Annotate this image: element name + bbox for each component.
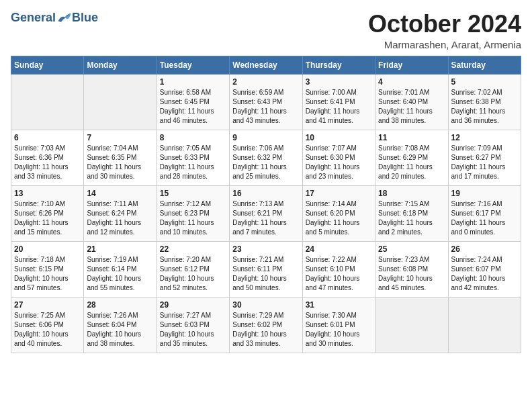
day-number: 28 bbox=[87, 300, 153, 310]
calendar-cell: 22Sunrise: 7:20 AM Sunset: 6:12 PM Dayli… bbox=[157, 241, 229, 297]
calendar-cell: 10Sunrise: 7:07 AM Sunset: 6:30 PM Dayli… bbox=[302, 130, 375, 185]
day-info: Sunrise: 6:59 AM Sunset: 6:43 PM Dayligh… bbox=[232, 88, 299, 126]
calendar-cell: 23Sunrise: 7:21 AM Sunset: 6:11 PM Dayli… bbox=[230, 241, 302, 297]
day-number: 16 bbox=[232, 189, 299, 198]
day-info: Sunrise: 7:13 AM Sunset: 6:21 PM Dayligh… bbox=[232, 199, 299, 237]
weekday-header-thursday: Thursday bbox=[302, 56, 375, 74]
day-info: Sunrise: 7:02 AM Sunset: 6:38 PM Dayligh… bbox=[451, 88, 518, 126]
calendar-cell: 20Sunrise: 7:18 AM Sunset: 6:15 PM Dayli… bbox=[11, 241, 84, 297]
calendar-cell: 21Sunrise: 7:19 AM Sunset: 6:14 PM Dayli… bbox=[84, 241, 157, 297]
logo-text: General Blue bbox=[11, 11, 98, 25]
day-info: Sunrise: 7:05 AM Sunset: 6:33 PM Dayligh… bbox=[160, 144, 226, 181]
calendar-cell: 24Sunrise: 7:22 AM Sunset: 6:10 PM Dayli… bbox=[302, 241, 375, 297]
day-info: Sunrise: 7:24 AM Sunset: 6:07 PM Dayligh… bbox=[451, 255, 518, 293]
calendar-cell: 5Sunrise: 7:02 AM Sunset: 6:38 PM Daylig… bbox=[448, 74, 521, 130]
logo-general: General bbox=[11, 11, 56, 25]
month-title: October 2024 bbox=[368, 11, 521, 38]
day-number: 22 bbox=[160, 244, 226, 254]
day-info: Sunrise: 7:06 AM Sunset: 6:32 PM Dayligh… bbox=[232, 144, 299, 181]
calendar-cell: 25Sunrise: 7:23 AM Sunset: 6:08 PM Dayli… bbox=[375, 241, 448, 297]
weekday-header-tuesday: Tuesday bbox=[157, 56, 229, 74]
week-row-4: 20Sunrise: 7:18 AM Sunset: 6:15 PM Dayli… bbox=[11, 241, 521, 297]
day-info: Sunrise: 7:08 AM Sunset: 6:29 PM Dayligh… bbox=[378, 144, 445, 181]
day-info: Sunrise: 7:27 AM Sunset: 6:03 PM Dayligh… bbox=[160, 311, 226, 349]
calendar-cell: 2Sunrise: 6:59 AM Sunset: 6:43 PM Daylig… bbox=[230, 74, 302, 130]
calendar-cell: 1Sunrise: 6:58 AM Sunset: 6:45 PM Daylig… bbox=[157, 74, 229, 130]
calendar-cell: 6Sunrise: 7:03 AM Sunset: 6:36 PM Daylig… bbox=[11, 130, 84, 185]
day-number: 7 bbox=[87, 133, 153, 142]
weekday-header-wednesday: Wednesday bbox=[230, 56, 302, 74]
day-number: 13 bbox=[14, 189, 81, 198]
calendar-cell: 7Sunrise: 7:04 AM Sunset: 6:35 PM Daylig… bbox=[84, 130, 157, 185]
calendar-cell: 12Sunrise: 7:09 AM Sunset: 6:27 PM Dayli… bbox=[448, 130, 521, 185]
day-info: Sunrise: 7:30 AM Sunset: 6:01 PM Dayligh… bbox=[306, 311, 372, 349]
week-row-2: 6Sunrise: 7:03 AM Sunset: 6:36 PM Daylig… bbox=[11, 130, 521, 185]
day-info: Sunrise: 7:12 AM Sunset: 6:23 PM Dayligh… bbox=[160, 199, 226, 237]
calendar-cell: 4Sunrise: 7:01 AM Sunset: 6:40 PM Daylig… bbox=[375, 74, 448, 130]
calendar-cell: 29Sunrise: 7:27 AM Sunset: 6:03 PM Dayli… bbox=[157, 297, 229, 353]
weekday-header-monday: Monday bbox=[84, 56, 157, 74]
day-number: 21 bbox=[87, 244, 153, 254]
day-info: Sunrise: 7:15 AM Sunset: 6:18 PM Dayligh… bbox=[378, 199, 445, 237]
day-info: Sunrise: 6:58 AM Sunset: 6:45 PM Dayligh… bbox=[160, 88, 226, 126]
day-number: 27 bbox=[14, 300, 81, 310]
day-number: 26 bbox=[451, 244, 518, 254]
weekday-header-row: SundayMondayTuesdayWednesdayThursdayFrid… bbox=[11, 56, 521, 74]
day-number: 6 bbox=[14, 133, 81, 142]
calendar-cell: 13Sunrise: 7:10 AM Sunset: 6:26 PM Dayli… bbox=[11, 185, 84, 241]
calendar-cell: 15Sunrise: 7:12 AM Sunset: 6:23 PM Dayli… bbox=[157, 185, 229, 241]
day-number: 23 bbox=[232, 244, 299, 254]
calendar-cell: 26Sunrise: 7:24 AM Sunset: 6:07 PM Dayli… bbox=[448, 241, 521, 297]
week-row-1: 1Sunrise: 6:58 AM Sunset: 6:45 PM Daylig… bbox=[11, 74, 521, 130]
day-number: 5 bbox=[451, 77, 518, 87]
day-number: 20 bbox=[14, 244, 81, 254]
calendar-cell bbox=[84, 74, 157, 130]
day-number: 24 bbox=[306, 244, 372, 254]
day-info: Sunrise: 7:11 AM Sunset: 6:24 PM Dayligh… bbox=[87, 199, 153, 237]
day-number: 14 bbox=[87, 189, 153, 198]
day-info: Sunrise: 7:04 AM Sunset: 6:35 PM Dayligh… bbox=[87, 144, 153, 181]
day-number: 17 bbox=[306, 189, 372, 198]
day-number: 31 bbox=[306, 300, 372, 310]
day-number: 19 bbox=[451, 189, 518, 198]
day-info: Sunrise: 7:29 AM Sunset: 6:02 PM Dayligh… bbox=[232, 311, 299, 349]
weekday-header-saturday: Saturday bbox=[448, 56, 521, 74]
day-info: Sunrise: 7:09 AM Sunset: 6:27 PM Dayligh… bbox=[451, 144, 518, 181]
day-info: Sunrise: 7:01 AM Sunset: 6:40 PM Dayligh… bbox=[378, 88, 445, 126]
day-info: Sunrise: 7:18 AM Sunset: 6:15 PM Dayligh… bbox=[14, 255, 81, 293]
weekday-header-sunday: Sunday bbox=[11, 56, 84, 74]
calendar-cell: 8Sunrise: 7:05 AM Sunset: 6:33 PM Daylig… bbox=[157, 130, 229, 185]
calendar-cell: 11Sunrise: 7:08 AM Sunset: 6:29 PM Dayli… bbox=[375, 130, 448, 185]
logo-bird-icon bbox=[57, 12, 72, 24]
calendar-cell: 14Sunrise: 7:11 AM Sunset: 6:24 PM Dayli… bbox=[84, 185, 157, 241]
location: Marmarashen, Ararat, Armenia bbox=[368, 39, 521, 50]
title-block: October 2024 Marmarashen, Ararat, Armeni… bbox=[368, 11, 521, 50]
day-info: Sunrise: 7:14 AM Sunset: 6:20 PM Dayligh… bbox=[306, 199, 372, 237]
day-info: Sunrise: 7:03 AM Sunset: 6:36 PM Dayligh… bbox=[14, 144, 81, 181]
day-number: 11 bbox=[378, 133, 445, 142]
day-number: 1 bbox=[160, 77, 226, 87]
day-info: Sunrise: 7:00 AM Sunset: 6:41 PM Dayligh… bbox=[306, 88, 372, 126]
day-info: Sunrise: 7:16 AM Sunset: 6:17 PM Dayligh… bbox=[451, 199, 518, 237]
day-number: 12 bbox=[451, 133, 518, 142]
logo: General Blue bbox=[11, 11, 98, 25]
calendar-cell: 3Sunrise: 7:00 AM Sunset: 6:41 PM Daylig… bbox=[302, 74, 375, 130]
calendar-cell: 18Sunrise: 7:15 AM Sunset: 6:18 PM Dayli… bbox=[375, 185, 448, 241]
day-info: Sunrise: 7:20 AM Sunset: 6:12 PM Dayligh… bbox=[160, 255, 226, 293]
day-info: Sunrise: 7:25 AM Sunset: 6:06 PM Dayligh… bbox=[14, 311, 81, 349]
day-info: Sunrise: 7:19 AM Sunset: 6:14 PM Dayligh… bbox=[87, 255, 153, 293]
day-number: 4 bbox=[378, 77, 445, 87]
weekday-header-friday: Friday bbox=[375, 56, 448, 74]
calendar-cell: 9Sunrise: 7:06 AM Sunset: 6:32 PM Daylig… bbox=[230, 130, 302, 185]
calendar-cell: 27Sunrise: 7:25 AM Sunset: 6:06 PM Dayli… bbox=[11, 297, 84, 353]
week-row-5: 27Sunrise: 7:25 AM Sunset: 6:06 PM Dayli… bbox=[11, 297, 521, 353]
day-number: 8 bbox=[160, 133, 226, 142]
day-number: 30 bbox=[232, 300, 299, 310]
day-number: 15 bbox=[160, 189, 226, 198]
day-number: 25 bbox=[378, 244, 445, 254]
day-info: Sunrise: 7:07 AM Sunset: 6:30 PM Dayligh… bbox=[306, 144, 372, 181]
calendar-cell: 17Sunrise: 7:14 AM Sunset: 6:20 PM Dayli… bbox=[302, 185, 375, 241]
day-info: Sunrise: 7:22 AM Sunset: 6:10 PM Dayligh… bbox=[306, 255, 372, 293]
calendar-cell: 28Sunrise: 7:26 AM Sunset: 6:04 PM Dayli… bbox=[84, 297, 157, 353]
calendar-cell bbox=[11, 74, 84, 130]
